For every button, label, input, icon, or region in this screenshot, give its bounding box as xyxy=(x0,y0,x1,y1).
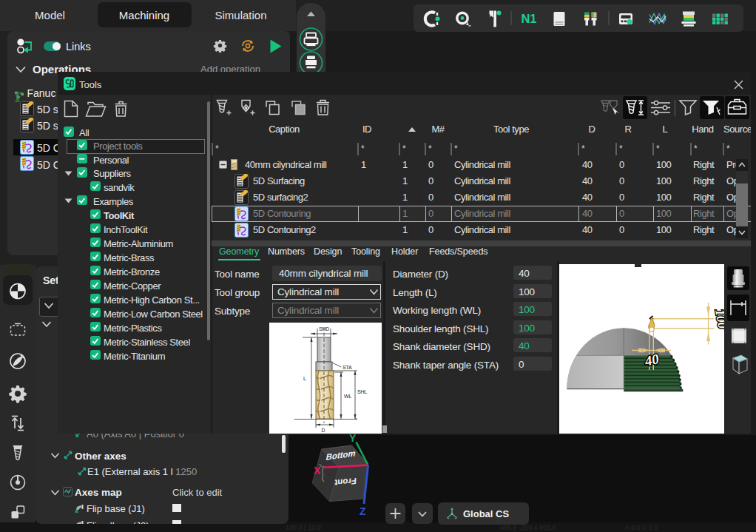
svg-text:*: * xyxy=(428,144,432,154)
svg-text:*: * xyxy=(454,144,458,154)
svg-text:*: * xyxy=(581,144,585,154)
svg-text:X: X xyxy=(314,465,321,477)
svg-text:Y: Y xyxy=(349,432,357,444)
svg-text:SHL: SHL xyxy=(357,389,367,394)
svg-text:100: 100 xyxy=(712,308,724,330)
svg-text:STA: STA xyxy=(342,365,352,370)
svg-text:*: * xyxy=(402,144,406,154)
svg-text:*: * xyxy=(726,144,730,154)
svg-text:Z: Z xyxy=(360,505,366,517)
svg-text:N1: N1 xyxy=(521,12,536,25)
svg-text:*: * xyxy=(619,144,623,154)
svg-text:*: * xyxy=(694,144,698,154)
svg-text:WL: WL xyxy=(344,394,351,399)
svg-text:*: * xyxy=(656,144,660,154)
svg-text:L: L xyxy=(303,376,306,381)
svg-text:*: * xyxy=(361,144,365,154)
svg-text:D: D xyxy=(322,428,325,433)
svg-text:*: * xyxy=(215,144,219,154)
